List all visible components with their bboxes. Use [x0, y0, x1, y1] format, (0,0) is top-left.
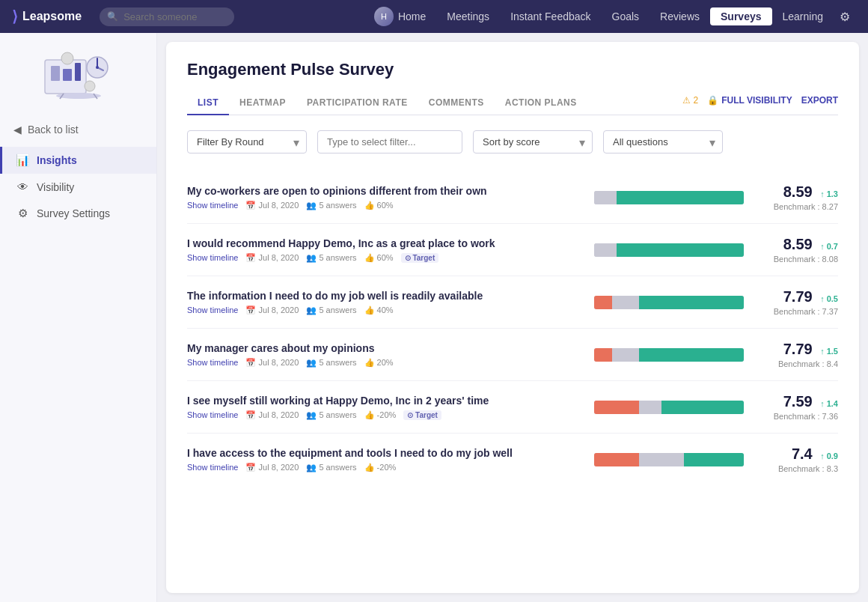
item-percent: 👍 20% — [364, 358, 394, 368]
back-to-list[interactable]: ◀ Back to list — [0, 117, 156, 142]
svg-rect-2 — [63, 69, 72, 81]
survey-item: I have access to the equipment and tools… — [187, 434, 838, 485]
search-input[interactable] — [100, 7, 234, 26]
sidebar-illustration — [37, 45, 120, 105]
nav-surveys[interactable]: Surveys — [710, 7, 771, 25]
logo-icon: ⟩ — [12, 7, 18, 25]
show-timeline-link[interactable]: Show timeline — [187, 305, 238, 314]
item-answers: 👥 5 answers — [306, 305, 356, 315]
svg-rect-1 — [51, 66, 60, 81]
score-delta: ↑ 0.7 — [820, 242, 838, 251]
show-timeline-link[interactable]: Show timeline — [187, 463, 238, 472]
nav-reviews[interactable]: Reviews — [650, 7, 710, 25]
item-meta: Show timeline 📅 Jul 8, 2020 👥 5 answers … — [187, 358, 582, 368]
item-score-row: 7.59 ↑ 1.4 — [756, 393, 838, 412]
bar-gray — [612, 348, 639, 362]
topnav-links: H Home Meetings Instant Feedback Goals R… — [364, 4, 856, 29]
item-score: 8.59 — [783, 183, 813, 201]
item-score: 7.79 — [783, 341, 813, 358]
full-visibility-button[interactable]: 🔒 FULL VISIBILITY — [707, 95, 792, 106]
show-timeline-link[interactable]: Show timeline — [187, 358, 238, 367]
item-meta: Show timeline 📅 Jul 8, 2020 👥 5 answers … — [187, 305, 582, 315]
tab-comments[interactable]: COMMENTS — [418, 91, 495, 115]
item-bar-wrap — [594, 296, 744, 309]
bar-gray — [594, 243, 617, 257]
round-filter[interactable]: Filter By Round — [187, 130, 307, 153]
back-icon: ◀ — [13, 124, 22, 136]
questions-select[interactable]: All questions — [603, 130, 723, 153]
sidebar-item-insights[interactable]: 📊 Insights — [0, 147, 156, 174]
show-timeline-link[interactable]: Show timeline — [187, 410, 238, 419]
tab-heatmap[interactable]: HEATMAP — [229, 91, 296, 115]
show-timeline-link[interactable]: Show timeline — [187, 253, 238, 262]
item-meta: Show timeline 📅 Jul 8, 2020 👥 5 answers … — [187, 410, 582, 420]
bar-gray — [639, 401, 661, 414]
survey-items-list: My co-workers are open to opinions diffe… — [187, 171, 838, 485]
svg-point-7 — [96, 66, 99, 69]
item-answers: 👥 5 answers — [306, 201, 356, 210]
score-delta: ↑ 0.9 — [820, 452, 838, 460]
item-bar-wrap — [594, 348, 744, 362]
bar-gray — [612, 296, 639, 309]
bar-green — [617, 191, 744, 204]
bar-red — [594, 348, 612, 362]
item-left: I would recommend Happy Demo, Inc as a g… — [187, 237, 582, 263]
item-answers: 👥 5 answers — [306, 410, 356, 420]
nav-meetings[interactable]: Meetings — [436, 7, 500, 25]
nav-home[interactable]: H Home — [364, 4, 436, 29]
item-left: I have access to the equipment and tools… — [187, 447, 582, 472]
item-score-wrap: 7.79 ↑ 0.5 Benchmark : 7.37 — [756, 288, 838, 316]
bar-track — [594, 243, 744, 257]
score-delta: ↑ 1.3 — [820, 189, 838, 198]
item-question: My manager cares about my opinions — [187, 342, 582, 354]
item-percent: 👍 60% — [364, 253, 394, 263]
item-score-row: 8.59 ↑ 0.7 — [756, 236, 838, 255]
sidebar: ◀ Back to list 📊 Insights 👁 Visibility ⚙… — [0, 33, 157, 602]
svg-rect-3 — [75, 63, 81, 81]
tab-action-plans[interactable]: ACTION PLANS — [495, 91, 587, 115]
export-button[interactable]: EXPORT — [801, 95, 838, 106]
item-answers: 👥 5 answers — [306, 253, 356, 263]
target-badge: ⊙ Target — [401, 253, 439, 263]
type-filter[interactable] — [317, 130, 462, 153]
tab-actions: ⚠ 2 🔒 FULL VISIBILITY EXPORT — [682, 91, 838, 115]
item-answers: 👥 5 answers — [306, 463, 356, 472]
round-filter-wrap: Filter By Round — [187, 130, 307, 153]
show-timeline-link[interactable]: Show timeline — [187, 201, 238, 210]
item-question: I would recommend Happy Demo, Inc as a g… — [187, 237, 582, 249]
survey-item: I see myself still working at Happy Demo… — [187, 381, 838, 434]
sort-wrap: Sort by score — [473, 130, 593, 153]
item-left: The information I need to do my job well… — [187, 290, 582, 315]
bar-gray — [594, 191, 617, 204]
score-delta: ↑ 0.5 — [820, 294, 838, 303]
settings-icon[interactable]: ⚙ — [834, 7, 856, 27]
nav-goals[interactable]: Goals — [602, 7, 650, 25]
item-score: 8.59 — [783, 236, 813, 253]
sort-select[interactable]: Sort by score — [473, 130, 593, 153]
bar-red — [594, 453, 639, 466]
bar-green — [617, 243, 744, 257]
bar-track — [594, 453, 744, 466]
search-wrap: 🔍 — [100, 7, 234, 26]
bar-red — [594, 296, 612, 309]
benchmark: Benchmark : 8.3 — [756, 464, 838, 473]
item-answers: 👥 5 answers — [306, 358, 356, 368]
tab-participation-rate[interactable]: PARTICIPATION RATE — [296, 91, 418, 115]
item-score: 7.4 — [792, 446, 813, 463]
item-percent: 👍 -20% — [364, 463, 397, 472]
item-score: 7.59 — [783, 393, 813, 410]
survey-item: The information I need to do my job well… — [187, 276, 838, 329]
sidebar-item-survey-settings[interactable]: ⚙ Survey Settings — [0, 200, 156, 227]
bar-track — [594, 401, 744, 414]
nav-instant-feedback[interactable]: Instant Feedback — [500, 7, 601, 25]
svg-point-11 — [61, 52, 73, 64]
benchmark: Benchmark : 7.36 — [756, 412, 838, 421]
tab-list[interactable]: LIST — [187, 91, 229, 115]
sidebar-item-visibility[interactable]: 👁 Visibility — [0, 174, 156, 200]
item-bar-wrap — [594, 191, 744, 204]
item-score-wrap: 8.59 ↑ 1.3 Benchmark : 8.27 — [756, 183, 838, 211]
item-question: My co-workers are open to opinions diffe… — [187, 185, 582, 197]
avatar: H — [374, 7, 394, 26]
nav-learning[interactable]: Learning — [772, 7, 834, 25]
lock-icon: 🔒 — [707, 95, 718, 106]
